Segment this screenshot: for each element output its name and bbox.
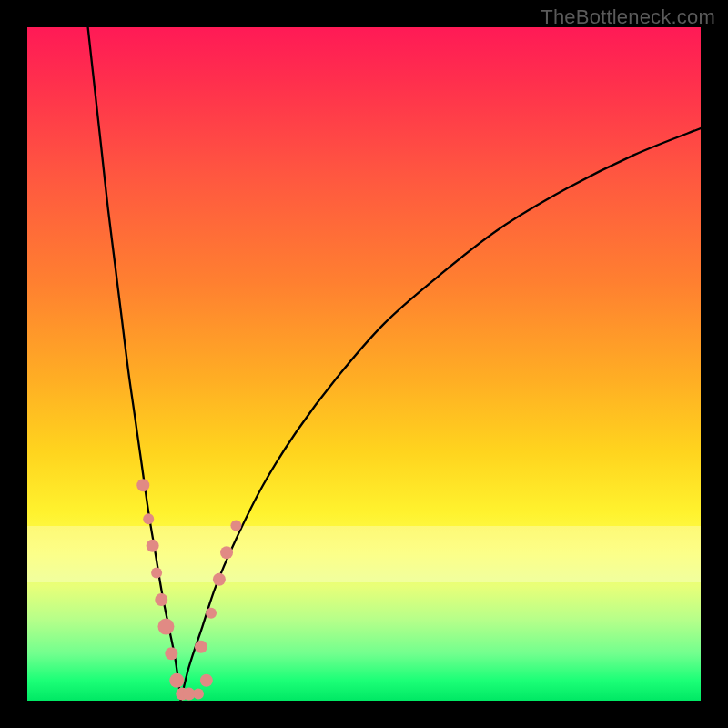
chart-svg xyxy=(27,27,701,701)
watermark-text: TheBottleneck.com xyxy=(541,5,715,29)
data-point-marker xyxy=(213,573,226,586)
data-point-marker xyxy=(206,608,217,619)
data-point-marker xyxy=(230,521,241,531)
data-point-marker xyxy=(155,593,167,606)
data-point-marker xyxy=(151,567,162,578)
data-point-marker xyxy=(169,673,184,688)
data-point-marker xyxy=(220,546,233,559)
data-point-marker xyxy=(136,479,149,491)
data-point-marker xyxy=(195,641,207,653)
plot-area xyxy=(27,27,701,701)
chart-frame: TheBottleneck.com xyxy=(0,0,728,728)
data-point-marker xyxy=(165,647,177,660)
data-point-marker xyxy=(157,619,174,635)
data-point-marker xyxy=(193,689,204,700)
curve-right-branch xyxy=(181,128,701,701)
data-point-marker xyxy=(200,674,213,687)
data-point-marker xyxy=(147,540,159,552)
data-point-marker xyxy=(143,513,154,524)
